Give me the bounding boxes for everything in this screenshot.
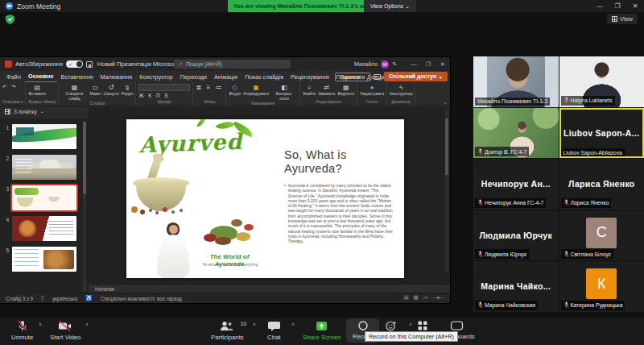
chat-bubble-icon [267,320,280,332]
slide-thumbnail-2[interactable] [12,155,76,180]
security-shield-icon[interactable] [6,15,14,24]
thumbnail-scrollbar[interactable] [83,120,86,293]
muted-mic-icon [477,251,483,258]
minimize-button[interactable]: — [591,0,609,12]
reactions-button[interactable]: ∧ [385,320,397,332]
slide-number: 2 [4,155,9,161]
record-icon [357,320,369,331]
ppt-ribbon: ↶ ↷Скасувати▤ВставитиБуфер обміну▦Створи… [0,82,450,106]
ppt-close-button[interactable]: ✕ [436,57,450,71]
chevron-up-icon[interactable]: ∧ [291,322,295,326]
ppt-tab-конструктор[interactable]: Конструктор [136,72,176,82]
spice-pile-image [204,214,260,247]
slide-thumbnail-5[interactable] [12,247,76,272]
comments-icon[interactable] [374,74,381,80]
ribbon-button-надиктувати[interactable]: ●Надиктувати [360,84,384,97]
sorter-view-icon[interactable]: ▦ [414,294,419,301]
close-button[interactable]: ✕ [626,0,644,12]
zoom-slider[interactable]: ─●─ [433,294,444,301]
notes-bar[interactable]: Нотатки [89,284,450,293]
participant-tile[interactable]: Halyna Lukianets [559,56,644,107]
participant-tile[interactable]: Людмила ЮрчукЛюдмила Юрчук [473,210,559,261]
chat-button[interactable]: ∧ Chat [267,320,280,341]
start-video-button[interactable]: ∧ Start Video [50,320,80,341]
thumbnail-pane-header[interactable]: З початку ⌄ [5,108,44,114]
participant-tile[interactable]: Доктор В. ГС 4-7 [473,108,559,159]
collapse-ribbon-icon[interactable]: ⌄ [443,99,448,106]
ribbon-button-виділити[interactable]: ▦Виділити [337,84,354,97]
participant-tile[interactable]: Марина Чайко...Марина Чайковская [473,261,559,312]
participant-tile[interactable]: Михайло Позникевич ТІ-1-3 [473,56,559,107]
ppt-tab-основне[interactable]: Основне [25,71,57,83]
chevron-up-icon[interactable]: ∧ [409,322,412,326]
font-style-buttons[interactable]: Ж К П S [138,93,190,98]
ppt-tab-показ слайдів[interactable]: Показ слайдів [242,72,287,82]
font-name-box[interactable] [138,84,190,91]
restore-button[interactable]: ❐ [609,0,626,12]
ppt-share-button[interactable]: Спільний доступ ⌄ [384,72,448,81]
ppt-titlebar: АвтоЗбереження Новий Презентація Microso… [0,57,450,71]
chevron-up-icon[interactable]: ∧ [85,322,89,326]
slide-thumbnail-3[interactable] [12,185,76,210]
gallery-view-button[interactable]: View [607,14,638,24]
chevron-up-icon[interactable]: ∧ [39,322,42,326]
ppt-tab-рецензування[interactable]: Рецензування [287,72,332,82]
ribbon-group-label: Редагування [303,99,354,105]
participant-tile[interactable]: Нечипорук Ан...Нечипорук Анна ГС-4-7 [473,159,559,210]
slide-thumbnail-4[interactable] [12,216,76,241]
ribbon-button-макет[interactable]: ▭Макет [89,84,101,97]
slide-thumbnail-1[interactable] [12,124,76,149]
current-slide[interactable]: Ayurved The Wo [126,119,404,278]
participants-button[interactable]: 10 ∧ Participants [211,320,244,341]
ppt-minimize-button[interactable]: — [407,57,421,71]
autosave-label: АвтоЗбереження [15,60,63,68]
ribbon-button-знайти[interactable]: ⌕Знайти [303,84,316,97]
participant-tile[interactable]: CСвітлана Білоус [559,210,644,261]
participant-tile[interactable]: Лариса ЯненкоЛариса Яненко [559,159,644,210]
normal-view-icon[interactable]: ▤ [403,294,408,301]
ribbon-button-скинути[interactable]: ↺Скинути [104,84,119,97]
apps-button[interactable] [417,320,428,331]
ribbon-button-упорядкувати[interactable]: ▣Упорядкувати [243,84,269,97]
paragraph-buttons[interactable]: ≣ ≡ ≔ [196,84,223,91]
ppt-tab-вставлення[interactable]: Вставлення [58,72,97,82]
participant-tile[interactable]: Liubov Sapon-A...Liubov Sapon-Abliazova [559,108,644,159]
ribbon-button-експрес-стилі[interactable]: ◧Експрес-стилі [271,84,297,101]
ribbon-button-створити слайд[interactable]: ▦Створити слайд [61,84,87,101]
autosave-toggle[interactable] [66,60,83,68]
share-screen-icon [316,320,328,332]
ppt-search-box[interactable]: ⌕ Пошук (Alt+Й) [174,60,291,69]
search-icon: ⌕ [180,60,183,67]
ppt-tab-анімація[interactable]: Анімація [211,72,241,82]
ribbon-button-конструктор[interactable]: ϟКонструктор [390,84,413,97]
share-screen-button[interactable]: Share Screen [303,320,341,341]
spellcheck-icon: ▯ [41,295,44,301]
undo-redo-icons[interactable]: ↶ ↷ [2,84,18,90]
zoom-camera-icon [6,2,13,10]
view-mode-buttons[interactable]: ▤ ▦ ▭ ─●─ [403,294,444,301]
ppt-record-button[interactable]: Записати [335,73,370,81]
save-icon[interactable] [86,61,93,68]
unmute-button[interactable]: ∧ Unmute [11,320,33,341]
record-tooltip: Record on this Computer (Alt+R) [365,331,458,342]
slide-tagline-sub: He who has health has everything [194,263,266,267]
ppt-tab-файл[interactable]: Файл [3,72,24,82]
participant-tile[interactable]: ККатерина Рудницька [559,261,644,312]
accessibility-status[interactable]: Спеціальні можливості: все гаразд [101,296,182,301]
language-indicator[interactable]: українська [52,296,77,301]
ribbon-button-вставити[interactable]: ▤Вставити [28,84,45,97]
ppt-restore-button[interactable]: ❐ [421,57,436,71]
ppt-tab-переходи[interactable]: Переходи [177,72,210,82]
ribbon-button-розділ[interactable]: §Розділ [122,84,134,97]
chevron-up-icon[interactable]: ∧ [253,322,256,326]
ribbon-button-замінити[interactable]: ⇄Замінити [318,84,335,97]
ppt-tab-малювання[interactable]: Малювання [97,72,135,82]
ribbon-button-фігури[interactable]: ◇Фігури [229,84,241,97]
powerpoint-window: АвтоЗбереження Новий Презентація Microso… [0,57,450,303]
ribbon-group-label: Слайди [61,101,133,106]
ppt-account[interactable]: Михайло М ✎ [354,57,397,71]
canvas-scrollbar[interactable] [445,110,448,272]
view-options-button[interactable]: View Options ⌄ [364,0,416,12]
slideshow-view-icon[interactable]: ▭ [423,294,428,301]
slide-thumbnail-row: 5 [4,247,89,272]
